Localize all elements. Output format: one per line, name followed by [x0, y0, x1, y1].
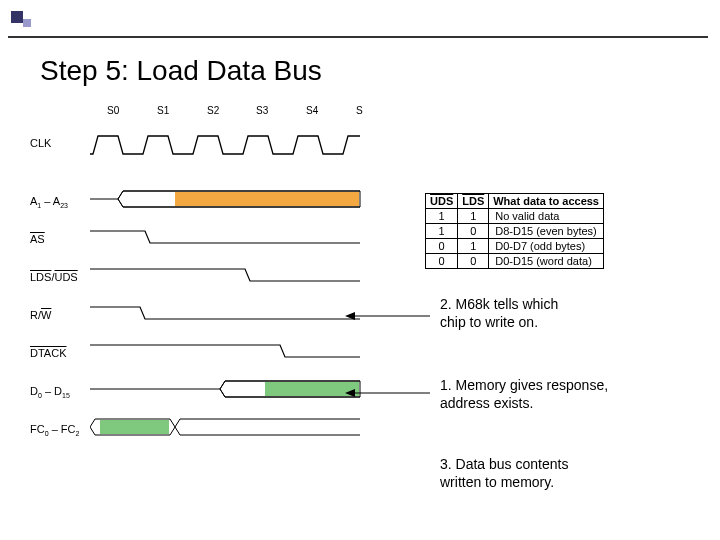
ldsuds-waveform — [90, 265, 370, 285]
as-waveform — [90, 227, 370, 247]
addr-waveform — [90, 189, 370, 209]
signal-addr: A1 – A23 — [30, 189, 380, 217]
arrow-2 — [345, 310, 435, 322]
note-3: 3. Data bus contentswritten to memory. — [440, 455, 568, 491]
state-labels: S0 S1 S2 S3 S4 S — [30, 105, 380, 125]
svg-marker-4 — [345, 312, 355, 320]
rw-waveform — [90, 303, 370, 323]
signal-rw: R/W — [30, 303, 380, 331]
timing-diagram: S0 S1 S2 S3 S4 S CLK A1 – A23 AS LDS/UDS — [30, 105, 380, 445]
note-2: 2. M68k tells whichchip to write on. — [440, 295, 558, 331]
corner-decoration — [8, 8, 58, 38]
clk-waveform — [90, 131, 370, 159]
signal-clk: CLK — [30, 131, 380, 159]
svg-marker-6 — [345, 389, 355, 397]
signal-lds-uds: LDS/UDS — [30, 265, 380, 293]
arrow-1 — [345, 387, 435, 399]
dtack-waveform — [90, 341, 370, 361]
page-title: Step 5: Load Data Bus — [40, 55, 322, 87]
signal-data: D0 – D15 — [30, 379, 380, 407]
uds-lds-table: UDS LDS What data to access 11No valid d… — [425, 193, 604, 269]
signal-as: AS — [30, 227, 380, 255]
data-waveform — [90, 379, 370, 399]
svg-rect-2 — [100, 420, 169, 434]
note-1: 1. Memory gives response,address exists. — [440, 376, 608, 412]
svg-rect-0 — [175, 192, 359, 206]
signal-fc: FC0 – FC2 — [30, 417, 380, 445]
fc-waveform — [90, 417, 370, 437]
signal-dtack: DTACK — [30, 341, 380, 369]
